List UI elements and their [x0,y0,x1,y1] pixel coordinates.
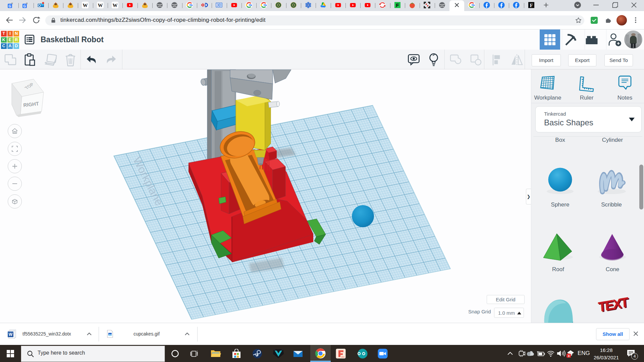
svg-text:W: W [9,332,13,337]
svg-text:TEXT: TEXT [598,294,629,314]
svg-text:360: 360 [341,356,345,358]
svg-text:3: 3 [568,354,570,358]
